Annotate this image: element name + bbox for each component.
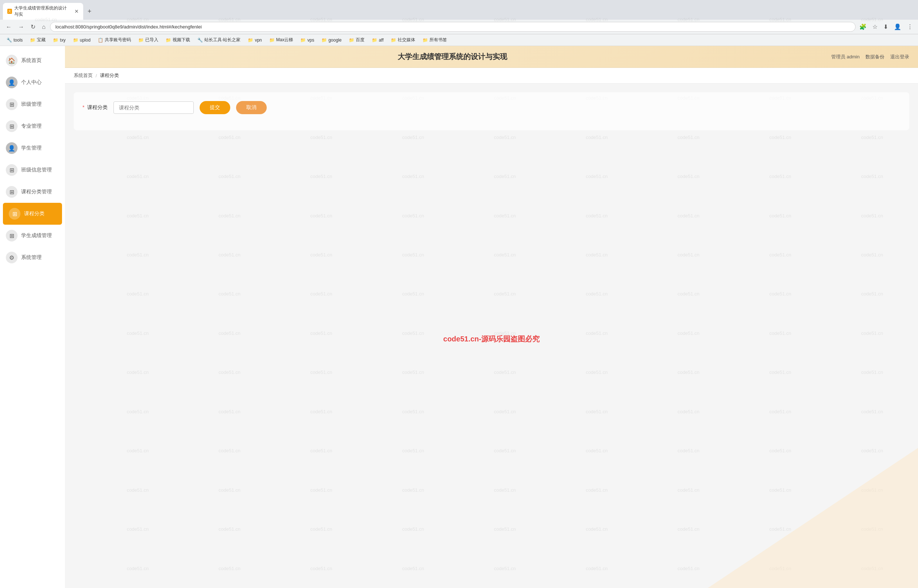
bookmark-google-label: google	[328, 37, 341, 43]
course-active-icon: ⊞	[9, 208, 21, 220]
tab-favicon: 大	[7, 9, 12, 14]
content-area: * 课程分类 提交 取消 code51.cn-源码乐园盗图必究	[65, 84, 918, 588]
bookmark-account[interactable]: 📋 共享账号密码	[95, 36, 134, 44]
browser-chrome: 大 大学生成绩管理系统的设计与实 ✕ + ← → ↻ ⌂ localhost:8…	[0, 0, 918, 46]
bookmark-aff-label: aff	[379, 37, 383, 43]
bookmark-maxti-label: Max云梯	[276, 37, 293, 43]
coursecategory-icon: ⊞	[6, 186, 18, 198]
folder-icon-5: 📁	[166, 37, 171, 43]
form-row: * 课程分类 提交 取消	[82, 101, 900, 114]
student-icon: 👤	[6, 142, 18, 154]
reload-button[interactable]: ↻	[29, 22, 37, 32]
new-tab-button[interactable]: +	[85, 6, 94, 17]
profile-button[interactable]: 👤	[892, 22, 903, 32]
breadcrumb-home[interactable]: 系统首页	[74, 72, 93, 79]
breadcrumb: 系统首页 / 课程分类	[65, 68, 918, 84]
sidebar-course-label: 课程分类	[24, 210, 45, 217]
menu-button[interactable]: ⋮	[906, 22, 914, 32]
form-card: * 课程分类 提交 取消	[74, 92, 909, 130]
bookmark-vps[interactable]: 📁 vps	[297, 37, 317, 44]
main-content: 大学生成绩管理系统的设计与实现 管理员 admin 数据备份 退出登录 系统首页…	[65, 46, 918, 588]
form-label-text: 课程分类	[87, 104, 108, 110]
sidebar-item-course-active[interactable]: ⊞ 课程分类	[3, 203, 62, 225]
bookmark-baozang-label: 宝藏	[37, 37, 45, 43]
bookmark-all[interactable]: 📁 所有书签	[420, 36, 450, 44]
extensions-button[interactable]: 🧩	[858, 22, 868, 32]
bookmark-vpn[interactable]: 📁 vpn	[245, 37, 265, 44]
breadcrumb-current: 课程分类	[100, 72, 119, 79]
course-category-input[interactable]	[113, 102, 194, 114]
nav-icons: 🧩 ☆ ⬇ 👤 ⋮	[858, 22, 914, 32]
bookmark-maxti[interactable]: 📁 Max云梯	[267, 36, 296, 44]
bookmark-uplod-label: uplod	[80, 37, 91, 43]
download-button[interactable]: ⬇	[882, 22, 889, 32]
header-user: 管理员 admin 数据备份 退出登录	[831, 53, 909, 60]
bookmark-account-label: 共享账号密码	[105, 37, 131, 43]
form-label: * 课程分类	[82, 104, 108, 111]
sidebar-item-major[interactable]: ⊞ 专业管理	[0, 115, 65, 137]
sidebar-system-label: 系统管理	[21, 254, 42, 261]
bookmark-tools[interactable]: 🔧 tools	[4, 37, 26, 44]
sidebar-grades-label: 学生成绩管理	[21, 233, 52, 239]
bookmark-google[interactable]: 📁 google	[318, 37, 344, 44]
submit-button[interactable]: 提交	[200, 101, 230, 114]
address-bar[interactable]: localhost:8080/springboot0q8e9/admin/dis…	[50, 22, 856, 32]
sidebar-item-grades[interactable]: ⊞ 学生成绩管理	[0, 225, 65, 247]
folder-icon-12: 📁	[391, 37, 396, 43]
admin-label: 管理员 admin	[831, 53, 860, 60]
address-text: localhost:8080/springboot0q8e9/admin/dis…	[55, 24, 850, 29]
bookmark-button[interactable]: ☆	[871, 22, 879, 32]
sidebar-coursecategory-label: 课程分类管理	[21, 189, 52, 195]
back-button[interactable]: ←	[4, 22, 14, 32]
folder-icon-6: 📁	[248, 37, 253, 43]
bookmark-video-label: 视频下载	[173, 37, 190, 43]
sidebar-item-system[interactable]: ⚙ 系统管理	[0, 247, 65, 268]
bookmarks-bar: 🔧 tools 📁 宝藏 📁 txy 📁 uplod 📋 共享账号密码 📁 已导…	[0, 34, 918, 46]
system-icon: ⚙	[6, 252, 18, 263]
home-button[interactable]: ⌂	[40, 22, 48, 32]
folder-icon-8: 📁	[300, 37, 306, 43]
bookmark-baidu[interactable]: 📁 百度	[346, 36, 367, 44]
sidebar-item-home[interactable]: 🏠 系统首页	[0, 50, 65, 71]
sidebar-item-class[interactable]: ⊞ 班级管理	[0, 94, 65, 115]
logout-link[interactable]: 退出登录	[890, 53, 909, 60]
classinfo-icon: ⊞	[6, 164, 18, 176]
app-header: 大学生成绩管理系统的设计与实现 管理员 admin 数据备份 退出登录	[65, 46, 918, 68]
sidebar-student-label: 学生管理	[21, 145, 42, 151]
profile-icon: 👤	[6, 77, 18, 88]
bookmark-social[interactable]: 📁 社交媒体	[388, 36, 418, 44]
breadcrumb-separator: /	[95, 73, 97, 78]
bookmark-imported-label: 已导入	[145, 37, 158, 43]
sidebar-item-profile[interactable]: 👤 个人中心	[0, 71, 65, 94]
cancel-button[interactable]: 取消	[236, 101, 267, 114]
bookmark-imported[interactable]: 📁 已导入	[135, 36, 161, 44]
sidebar-class-label: 班级管理	[21, 101, 42, 108]
required-mark: *	[82, 104, 84, 110]
watermark-overlay-text: code51.cn-源码乐园盗图必究	[443, 334, 540, 344]
sidebar-item-classinfo[interactable]: ⊞ 班级信息管理	[0, 159, 65, 181]
tab-close-button[interactable]: ✕	[74, 8, 79, 14]
bookmark-txy-label: txy	[60, 37, 65, 43]
sidebar-item-student[interactable]: 👤 学生管理	[0, 137, 65, 159]
data-backup-link[interactable]: 数据备份	[865, 53, 884, 60]
bookmark-txy[interactable]: 📁 txy	[50, 37, 68, 44]
folder-icon-11: 📁	[372, 37, 377, 43]
sidebar-profile-label: 个人中心	[21, 79, 42, 86]
bookmark-uplod[interactable]: 📁 uplod	[70, 37, 94, 44]
sidebar-major-label: 专业管理	[21, 123, 42, 129]
app-title: 大学生成绩管理系统的设计与实现	[398, 52, 507, 61]
sidebar-item-coursecategory[interactable]: ⊞ 课程分类管理	[0, 181, 65, 203]
active-tab[interactable]: 大 大学生成绩管理系统的设计与实 ✕	[3, 3, 83, 20]
bookmark-all-label: 所有书签	[430, 37, 447, 43]
bookmark-vpn-label: vpn	[255, 37, 262, 43]
sidebar-classinfo-label: 班级信息管理	[21, 167, 52, 173]
forward-button[interactable]: →	[16, 22, 26, 32]
folder-icon-13: 📁	[422, 37, 428, 43]
bookmark-aff[interactable]: 📁 aff	[369, 37, 386, 44]
bookmark-baozang[interactable]: 📁 宝藏	[27, 36, 48, 44]
folder-icon-3: 📁	[73, 37, 78, 43]
bookmark-video[interactable]: 📁 视频下载	[163, 36, 193, 44]
folder-icon-10: 📁	[349, 37, 354, 43]
bookmark-baidu-label: 百度	[356, 37, 365, 43]
bookmark-webmaster[interactable]: 🔧 站长工具·站长之家	[194, 36, 243, 44]
